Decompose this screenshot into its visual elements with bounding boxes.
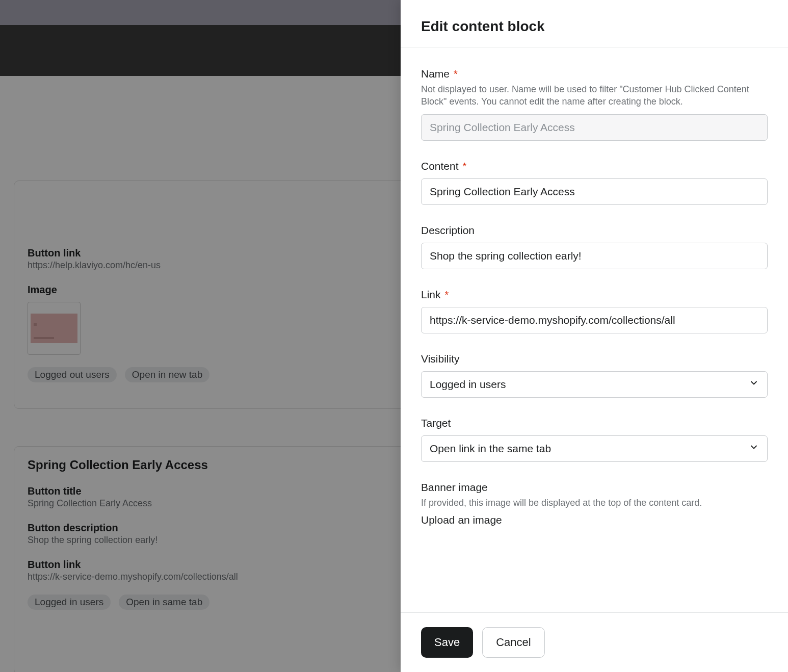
- save-button[interactable]: Save: [421, 627, 473, 658]
- visibility-select[interactable]: Logged in users: [421, 371, 768, 398]
- banner-help: If provided, this image will be displaye…: [421, 497, 768, 509]
- link-input[interactable]: [421, 307, 768, 333]
- content-input[interactable]: [421, 178, 768, 205]
- target-field: Target Open link in the same tab: [421, 417, 768, 462]
- content-label: Content *: [421, 160, 768, 172]
- panel-header: Edit content block: [401, 0, 788, 47]
- description-field: Description: [421, 224, 768, 269]
- name-field: Name * Not displayed to user. Name will …: [421, 68, 768, 141]
- visibility-field: Visibility Logged in users: [421, 353, 768, 398]
- panel-body: Name * Not displayed to user. Name will …: [401, 47, 788, 613]
- required-asterisk-icon: *: [463, 161, 467, 171]
- target-select[interactable]: Open link in the same tab: [421, 435, 768, 462]
- edit-content-block-panel: Edit content block Name * Not displayed …: [401, 0, 788, 672]
- panel-title: Edit content block: [421, 18, 768, 35]
- name-label: Name *: [421, 68, 768, 80]
- description-input[interactable]: [421, 243, 768, 269]
- name-input: [421, 114, 768, 141]
- required-asterisk-icon: *: [454, 69, 458, 79]
- content-field: Content *: [421, 160, 768, 205]
- visibility-value: Logged in users: [430, 378, 506, 391]
- upload-image-label[interactable]: Upload an image: [421, 514, 768, 526]
- name-help: Not displayed to user. Name will be used…: [421, 83, 768, 108]
- panel-footer: Save Cancel: [401, 613, 788, 672]
- chevron-down-icon: [749, 442, 759, 455]
- target-label: Target: [421, 417, 768, 429]
- banner-field: Banner image If provided, this image wil…: [421, 481, 768, 526]
- chevron-down-icon: [749, 378, 759, 391]
- target-value: Open link in the same tab: [430, 443, 551, 455]
- link-label: Link *: [421, 289, 768, 301]
- visibility-label: Visibility: [421, 353, 768, 365]
- link-field: Link *: [421, 289, 768, 333]
- required-asterisk-icon: *: [445, 290, 449, 300]
- cancel-button[interactable]: Cancel: [482, 627, 544, 658]
- description-label: Description: [421, 224, 768, 237]
- banner-label: Banner image: [421, 481, 768, 494]
